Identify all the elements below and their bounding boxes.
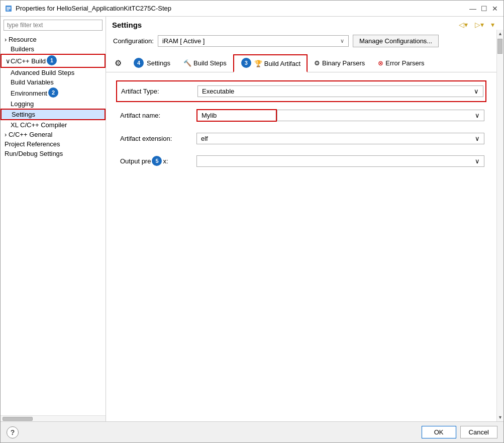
artifact-name-dropdown[interactable]: ∨ [277,110,484,121]
config-label: Configuration: [113,37,154,45]
help-button[interactable]: ? [7,426,19,438]
content-area: › Resource Builders ∨ C/C++ Build 1 Adva… [1,17,503,421]
sidebar-item-environment[interactable]: Environment 2 [1,87,106,99]
artifact-type-row: Artifact Type: Executable ∨ [116,80,486,102]
artifact-extension-value: elf [201,135,208,142]
sidebar-item-project-references[interactable]: Project References [1,139,106,149]
bottom-bar: ? OK Cancel [1,421,503,442]
main-panel: Settings ◁▾ ▷▾ ▾ Configuration: iRAM [ A… [106,17,503,421]
artifact-extension-chevron: ∨ [475,135,480,142]
artifact-name-input[interactable] [196,109,277,122]
tab-build-steps-label: Build Steps [193,59,227,67]
tab-content-build-artifact: Artifact Type: Executable ∨ Artifact nam… [106,72,496,421]
close-button[interactable]: ✕ [490,4,499,13]
sidebar-item-label: Builders [11,45,34,53]
sidebar-item-label: Build Variables [11,78,54,86]
binary-parsers-icon: ⚙ [314,59,320,67]
tabs-bar: ⚙ 4 Settings 🔨 Build Steps [106,54,496,72]
svg-rect-3 [7,10,9,11]
action-buttons: OK Cancel [422,426,497,438]
sidebar-item-settings[interactable]: Settings [1,109,106,120]
badge-4: 4 [134,58,144,68]
settings-area: Configuration: iRAM [ Active ] ∨ Manage … [106,30,496,421]
sidebar-item-cpp-build[interactable]: ∨ C/C++ Build 1 [1,54,106,68]
sidebar-item-cpp-general[interactable]: › C/C++ General [1,130,106,139]
main-scrollbar: ▲ ▼ [496,30,503,421]
output-prefix-chevron: ∨ [475,157,480,165]
scroll-down-arrow[interactable]: ▼ [497,413,503,421]
sidebar-item-advanced-build[interactable]: Advanced Build Steps [1,68,106,77]
sidebar-item-logging[interactable]: Logging [1,99,106,109]
window-title: Properties for HelloSerial_ApplicationKi… [16,5,468,12]
build-steps-icon: 🔨 [183,59,191,67]
svg-rect-2 [7,8,11,9]
nav-back-button[interactable]: ◁▾ [456,20,471,30]
config-value: iRAM [ Active ] [162,37,205,45]
sidebar-item-label: Settings [12,111,35,118]
artifact-type-dropdown[interactable]: Executable ∨ [197,85,483,97]
config-dropdown[interactable]: iRAM [ Active ] ∨ [158,35,349,47]
maximize-button[interactable]: ☐ [479,4,488,13]
svg-rect-1 [7,7,11,8]
nav-menu-button[interactable]: ▾ [488,20,497,30]
tab-binary-parsers[interactable]: ⚙ Binary Parsers [308,54,371,72]
output-prefix-text: Output pre [120,157,151,165]
sidebar-item-label: C/C++ General [9,131,52,138]
scroll-thumb [3,417,33,421]
tab-error-parsers[interactable]: ⊗ Error Parsers [371,54,431,72]
manage-configurations-button[interactable]: Manage Configurations... [353,35,439,47]
tab-binary-parsers-label: Binary Parsers [322,59,365,67]
sidebar-item-label: XL C/C++ Compiler [11,121,67,129]
sidebar: › Resource Builders ∨ C/C++ Build 1 Adva… [1,17,106,421]
sidebar-item-label: Environment [11,90,47,97]
sidebar-item-label: C/C++ Build [11,57,46,65]
scroll-up-arrow[interactable]: ▲ [497,30,503,38]
sidebar-item-label: Run/Debug Settings [5,150,63,157]
expand-icon: › [5,131,7,138]
sidebar-item-resource[interactable]: › Resource [1,35,106,44]
sidebar-item-builders[interactable]: Builders [1,44,106,54]
tab-settings[interactable]: 4 Settings [126,54,177,72]
artifact-extension-label: Artifact extension: [116,135,196,142]
filter-input[interactable] [4,20,103,31]
sidebar-item-xl-compiler[interactable]: XL C/C++ Compiler [1,120,106,130]
badge-1: 1 [47,55,57,65]
artifact-name-chevron: ∨ [475,112,480,119]
minimize-button[interactable]: — [468,4,477,13]
settings-header-row: Settings ◁▾ ▷▾ ▾ [106,17,503,30]
page-title: Settings [112,21,142,29]
nav-arrows: ◁▾ ▷▾ ▾ [456,20,497,30]
tab-error-parsers-label: Error Parsers [385,59,424,67]
title-controls: — ☐ ✕ [468,4,499,13]
badge-3: 3 [241,58,251,68]
output-prefix-row: Output pre 5 x: ∨ [116,151,486,171]
tab-settings-label: Settings [147,59,170,67]
title-bar: Properties for HelloSerial_ApplicationKi… [1,1,503,17]
artifact-extension-dropdown[interactable]: elf ∨ [196,133,484,144]
error-parsers-icon: ⊗ [378,59,383,67]
expand-icon: ∨ [6,57,11,65]
sidebar-item-label: Resource [9,36,37,43]
artifact-extension-row: Artifact extension: elf ∨ [116,129,486,148]
tab-icon[interactable]: ⚙ [110,54,126,72]
config-row: Configuration: iRAM [ Active ] ∨ Manage … [106,30,496,52]
cancel-button[interactable]: Cancel [460,426,497,438]
badge-2: 2 [48,87,58,98]
sidebar-scrollbar[interactable] [1,415,106,421]
output-prefix-label: Output pre 5 x: [116,156,196,166]
sidebar-item-build-variables[interactable]: Build Variables [1,77,106,87]
scroll-thumb[interactable] [497,39,502,54]
output-prefix-dropdown[interactable]: ∨ [196,155,484,167]
artifact-type-value: Executable [202,87,234,95]
badge-5: 5 [152,156,162,166]
sidebar-item-run-debug[interactable]: Run/Debug Settings [1,149,106,158]
tree: › Resource Builders ∨ C/C++ Build 1 Adva… [1,34,106,415]
sidebar-item-label: Logging [11,100,34,108]
tab-build-steps[interactable]: 🔨 Build Steps [177,54,233,72]
tab-build-artifact[interactable]: 3 🏆 Build Artifact [233,54,308,72]
expand-icon: › [5,36,7,43]
ok-button[interactable]: OK [422,426,456,438]
nav-forward-button[interactable]: ▷▾ [472,20,487,30]
artifact-type-chevron: ∨ [474,87,479,95]
artifact-type-label: Artifact Type: [117,87,197,95]
